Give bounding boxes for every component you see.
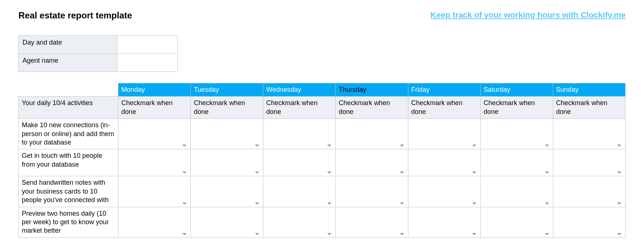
- check-dropdown[interactable]: [553, 207, 625, 237]
- day-header-monday: Monday: [118, 83, 191, 97]
- chevron-down-icon[interactable]: [400, 145, 404, 147]
- check-dropdown[interactable]: [336, 176, 408, 207]
- chevron-down-icon[interactable]: [400, 233, 404, 235]
- chevron-down-icon[interactable]: [327, 171, 332, 174]
- chevron-down-icon[interactable]: [327, 145, 332, 147]
- day-header-row: Monday Tuesday Wednesday Thursday Friday…: [19, 83, 626, 97]
- check-dropdown[interactable]: [263, 149, 335, 176]
- chevron-down-icon[interactable]: [255, 233, 259, 235]
- check-dropdown[interactable]: [191, 207, 263, 237]
- check-dropdown[interactable]: [336, 149, 408, 176]
- info-value-agent-name[interactable]: [117, 54, 178, 72]
- check-dropdown[interactable]: [336, 207, 408, 237]
- check-dropdown[interactable]: [336, 119, 408, 149]
- chevron-down-icon[interactable]: [255, 145, 259, 147]
- chevron-down-icon[interactable]: [545, 145, 549, 147]
- check-dropdown[interactable]: [263, 207, 335, 237]
- sub-header-row: Your daily 10/4 activities Checkmark whe…: [19, 97, 626, 119]
- info-value-day-date[interactable]: [117, 36, 178, 54]
- check-dropdown[interactable]: [481, 119, 553, 149]
- check-dropdown[interactable]: [553, 119, 625, 149]
- chevron-down-icon[interactable]: [545, 233, 549, 235]
- chevron-down-icon[interactable]: [182, 233, 187, 235]
- check-dropdown[interactable]: [553, 176, 625, 207]
- corner-empty: [19, 83, 118, 97]
- chevron-down-icon[interactable]: [255, 171, 259, 174]
- day-header-tuesday: Tuesday: [191, 83, 263, 97]
- sub-header-sunday: Checkmark when done: [553, 97, 625, 119]
- activity-label: Preview two homes daily (10 per week) to…: [19, 207, 118, 237]
- check-dropdown[interactable]: [408, 207, 480, 237]
- info-row: Day and date: [19, 36, 178, 54]
- check-dropdown[interactable]: [191, 176, 263, 207]
- activity-row: Send handwritten notes with your busines…: [19, 176, 626, 207]
- section-label: Your daily 10/4 activities: [19, 97, 118, 119]
- activities-table: Monday Tuesday Wednesday Thursday Friday…: [18, 83, 626, 238]
- chevron-down-icon[interactable]: [400, 171, 404, 174]
- activity-row: Make 10 new connections (in-person or on…: [19, 119, 626, 149]
- chevron-down-icon[interactable]: [472, 202, 477, 205]
- chevron-down-icon[interactable]: [472, 233, 477, 235]
- chevron-down-icon[interactable]: [182, 171, 187, 174]
- chevron-down-icon[interactable]: [617, 145, 622, 147]
- sub-header-saturday: Checkmark when done: [481, 97, 553, 119]
- activity-label: Send handwritten notes with your busines…: [19, 176, 118, 207]
- activity-row: Preview two homes daily (10 per week) to…: [19, 207, 626, 237]
- day-header-sunday: Sunday: [553, 83, 625, 97]
- check-dropdown[interactable]: [118, 149, 191, 176]
- chevron-down-icon[interactable]: [545, 171, 549, 174]
- info-table: Day and date Agent name: [18, 35, 178, 72]
- check-dropdown[interactable]: [481, 176, 553, 207]
- info-label-day-date: Day and date: [19, 36, 117, 54]
- chevron-down-icon[interactable]: [400, 202, 404, 205]
- info-label-agent-name: Agent name: [19, 54, 117, 72]
- day-header-wednesday: Wednesday: [263, 83, 335, 97]
- check-dropdown[interactable]: [481, 207, 553, 237]
- info-row: Agent name: [19, 54, 178, 72]
- check-dropdown[interactable]: [263, 176, 335, 207]
- page-title: Real estate report template: [18, 10, 132, 21]
- sub-header-monday: Checkmark when done: [118, 97, 191, 119]
- activity-label: Get in touch with 10 people from your da…: [19, 149, 118, 176]
- chevron-down-icon[interactable]: [472, 145, 477, 147]
- check-dropdown[interactable]: [191, 119, 263, 149]
- chevron-down-icon[interactable]: [182, 145, 187, 147]
- sub-header-wednesday: Checkmark when done: [263, 97, 335, 119]
- check-dropdown[interactable]: [408, 176, 480, 207]
- activity-row: Get in touch with 10 people from your da…: [19, 149, 626, 176]
- check-dropdown[interactable]: [191, 149, 263, 176]
- check-dropdown[interactable]: [118, 119, 191, 149]
- activity-label: Make 10 new connections (in-person or on…: [19, 119, 118, 149]
- chevron-down-icon[interactable]: [617, 171, 622, 174]
- day-header-saturday: Saturday: [481, 83, 553, 97]
- sub-header-thursday: Checkmark when done: [336, 97, 408, 119]
- sub-header-friday: Checkmark when done: [408, 97, 480, 119]
- chevron-down-icon[interactable]: [617, 202, 622, 205]
- chevron-down-icon[interactable]: [327, 233, 332, 235]
- check-dropdown[interactable]: [118, 176, 191, 207]
- chevron-down-icon[interactable]: [617, 233, 622, 235]
- check-dropdown[interactable]: [118, 207, 191, 237]
- promo-link[interactable]: Keep track of your working hours with Cl…: [430, 10, 626, 20]
- check-dropdown[interactable]: [263, 119, 335, 149]
- chevron-down-icon[interactable]: [472, 171, 477, 174]
- day-header-thursday: Thursday: [336, 83, 408, 97]
- day-header-friday: Friday: [408, 83, 480, 97]
- chevron-down-icon[interactable]: [327, 202, 332, 205]
- sub-header-tuesday: Checkmark when done: [191, 97, 263, 119]
- check-dropdown[interactable]: [408, 149, 480, 176]
- check-dropdown[interactable]: [408, 119, 480, 149]
- check-dropdown[interactable]: [481, 149, 553, 176]
- chevron-down-icon[interactable]: [255, 202, 259, 205]
- check-dropdown[interactable]: [553, 149, 625, 176]
- chevron-down-icon[interactable]: [545, 202, 549, 205]
- chevron-down-icon[interactable]: [182, 202, 187, 205]
